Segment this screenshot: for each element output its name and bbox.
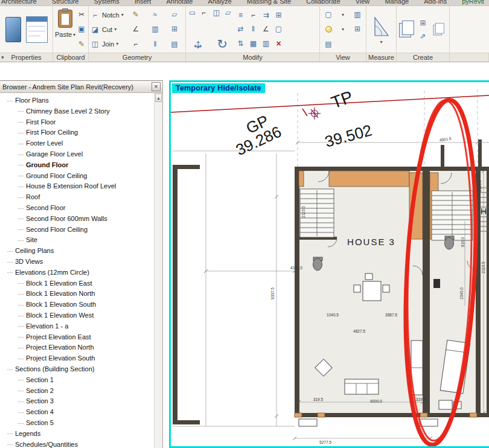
tab-massing-site[interactable]: Massing & Site — [247, 0, 291, 5]
copy-icon[interactable]: ▣ — [77, 24, 87, 34]
view-box-icon[interactable]: ▢ — [324, 10, 334, 19]
tree-item-second-floor-600mm-walls[interactable]: Second Floor 600mm Walls — [0, 214, 154, 225]
tab-annotate[interactable]: Annotate — [166, 0, 193, 5]
tree-item-block-1-elevation-north[interactable]: Block 1 Elevation North — [0, 289, 154, 299]
cope-icon[interactable]: ⌐ — [199, 8, 209, 18]
grid-icon[interactable]: ⊞ — [273, 10, 284, 20]
pencil-icon[interactable]: ✎ — [130, 10, 141, 19]
tree-item-sections-building-section-[interactable]: Sections (Building Section) — [0, 364, 154, 375]
create-component-icon[interactable] — [399, 21, 415, 39]
tree-item-section-2[interactable]: Section 2 — [0, 386, 154, 397]
properties-button[interactable] — [26, 16, 48, 43]
tree-item-3d-views[interactable]: 3D Views — [0, 257, 154, 267]
create-group-icon[interactable] — [433, 23, 444, 36]
tree-item-block-1-elevation-west[interactable]: Block 1 Elevation West — [0, 310, 154, 321]
angle-tool-icon[interactable]: ∠ — [130, 24, 141, 34]
box-icon[interactable]: ▢ — [273, 24, 284, 34]
tree-item-section-5[interactable]: Section 5 — [0, 418, 154, 429]
temporary-hide-isolate-badge[interactable]: Temporary Hide/Isolate — [172, 83, 265, 93]
modify-button[interactable] — [5, 17, 21, 42]
tree-item-ground-floor[interactable]: Ground Floor — [0, 160, 154, 171]
delete-icon[interactable]: × — [273, 39, 284, 48]
tree-item-second-floor[interactable]: Second Floor — [0, 203, 154, 214]
chevron-down-icon[interactable]: ▾ — [1, 54, 4, 60]
floor-plan-view[interactable]: 4501.54100.09337.52110.01040.54827.53587… — [171, 82, 489, 446]
tab-manage[interactable]: Manage — [385, 0, 409, 5]
view-grid-icon[interactable]: ⊞ — [353, 24, 363, 34]
tree-item-project-elevation-north[interactable]: Project Elevation North — [0, 342, 154, 353]
tree-item-site[interactable]: Site — [0, 235, 154, 246]
rect-tool-icon[interactable]: ▭ — [187, 8, 197, 18]
tab-analyze[interactable]: Analyze — [208, 0, 232, 5]
notch-button[interactable]: ⌐ Notch ▾ — [90, 8, 124, 22]
join-button[interactable]: ◫ Join ▾ — [90, 37, 124, 51]
cut-button[interactable]: ◪ Cut ▾ — [90, 22, 124, 36]
rotate-button[interactable]: ↻ — [217, 37, 228, 51]
tab-systems[interactable]: Systems — [94, 0, 120, 5]
tree-item-legends[interactable]: Legends — [0, 429, 154, 440]
array-icon[interactable]: ▦ — [248, 39, 258, 48]
split-icon[interactable]: ‖ — [248, 24, 258, 34]
mirror-icon[interactable]: ⇄ — [235, 24, 246, 34]
offset-icon[interactable]: ⇉ — [261, 10, 271, 20]
join-tool-icon[interactable]: ◫ — [211, 8, 222, 18]
tab-collaborate[interactable]: Collaborate — [306, 0, 340, 5]
tree-item-first-floor-ceiling[interactable]: First Floor Ceiling — [0, 127, 154, 138]
corner-tool-icon[interactable]: ⌐ — [130, 39, 141, 49]
tree-item-section-1[interactable]: Section 1 — [0, 375, 154, 386]
align-icon[interactable]: ≡ — [235, 10, 246, 20]
tab-add-ins[interactable]: Add-Ins — [424, 0, 447, 5]
tree-item-floor-plans[interactable]: Floor Plans — [0, 95, 154, 106]
measure-button[interactable]: ▾ — [368, 7, 395, 51]
create-insert-icon[interactable]: ⇗ — [418, 31, 428, 41]
grid-tool-icon[interactable]: ⊞ — [169, 24, 179, 34]
tree-item-footer-level[interactable]: Footer Level — [0, 138, 154, 149]
project-browser-header[interactable]: Browser - Andrem Site Plan Revit(Recover… — [0, 81, 162, 93]
match-type-icon[interactable]: ✎ — [77, 39, 87, 49]
sheet-icon[interactable]: ▱ — [223, 8, 233, 18]
trim-icon[interactable]: ⌐ — [248, 10, 258, 20]
view-layers-icon[interactable]: ▤ — [324, 39, 334, 49]
scroll-up-icon[interactable]: ▲ — [155, 94, 162, 102]
tree-item-schedules-quantities[interactable]: Schedules/Quantities — [0, 440, 154, 448]
flip-icon[interactable]: ⇅ — [235, 39, 246, 48]
tab-structure[interactable]: Structure — [52, 0, 79, 5]
tree-item-first-floor[interactable]: First Floor — [0, 117, 154, 128]
tree-item-section-4[interactable]: Section 4 — [0, 407, 154, 418]
tab-view[interactable]: View — [356, 0, 370, 5]
split-tool-icon[interactable]: ‖ — [150, 39, 160, 49]
tree-item-elevations-12mm-circle-[interactable]: Elevations (12mm Circle) — [0, 267, 154, 278]
layers-tool-icon[interactable]: ▤ — [169, 39, 179, 49]
tab-pyrevit[interactable]: pyRevit — [462, 0, 484, 5]
tree-item-block-1-elevation-east[interactable]: Block 1 Elevation East — [0, 278, 154, 289]
angle-icon[interactable]: ∠ — [261, 24, 271, 34]
tree-item-roof[interactable]: Roof — [0, 192, 154, 203]
tree-item-project-elevation-east[interactable]: Project Elevation East — [0, 332, 154, 343]
paste-button[interactable]: Paste ▾ — [54, 7, 76, 51]
tree-item-second-floor-ceiling[interactable]: Second Floor Ceiling — [0, 225, 154, 235]
tree-item-chimney-base-level-2-story[interactable]: Chimney Base Level 2 Story — [0, 106, 154, 117]
tree-item-garage-floor-level[interactable]: Garage Floor Level — [0, 149, 154, 160]
hatch-tool-icon[interactable]: ▥ — [150, 24, 160, 34]
move-button[interactable]: ↔↕ — [191, 37, 205, 51]
hatch-icon[interactable]: ▥ — [261, 39, 271, 48]
tree-scrollbar[interactable]: ▲ — [154, 93, 162, 448]
tree-item-ceiling-plans[interactable]: Ceiling Plans — [0, 246, 154, 257]
close-icon[interactable]: × — [152, 82, 161, 91]
tree-item-elevation-1-a[interactable]: Elevation 1 - a — [0, 321, 154, 332]
tab-insert[interactable]: Insert — [135, 0, 152, 5]
view-hatch-icon[interactable]: ▥ — [353, 10, 363, 19]
tree-item-section-3[interactable]: Section 3 — [0, 396, 154, 407]
drawing-canvas[interactable]: Temporary Hide/Isolate — [169, 80, 489, 448]
tree-item-project-elevation-south[interactable]: Project Elevation South — [0, 353, 154, 364]
create-grid-icon[interactable]: ⊞ — [418, 18, 428, 28]
tree-item-block-1-elevation-south[interactable]: Block 1 Elevation South — [0, 299, 154, 310]
tree-item-ground-floor-ceiling[interactable]: Ground Floor Ceiling — [0, 171, 154, 182]
lightbulb-icon[interactable] — [325, 26, 332, 33]
wave-tool-icon[interactable]: ≈ — [150, 10, 160, 19]
tab-architecture[interactable]: Architecture — [1, 0, 37, 5]
dimension-text: 1040.5 — [327, 313, 339, 317]
tree-item-house-b-extension-roof-level[interactable]: House B Extension Roof Level — [0, 181, 154, 192]
cut-to-clipboard-icon[interactable]: ✂ — [77, 10, 87, 19]
sheet-tool-icon[interactable]: ▱ — [169, 10, 179, 19]
